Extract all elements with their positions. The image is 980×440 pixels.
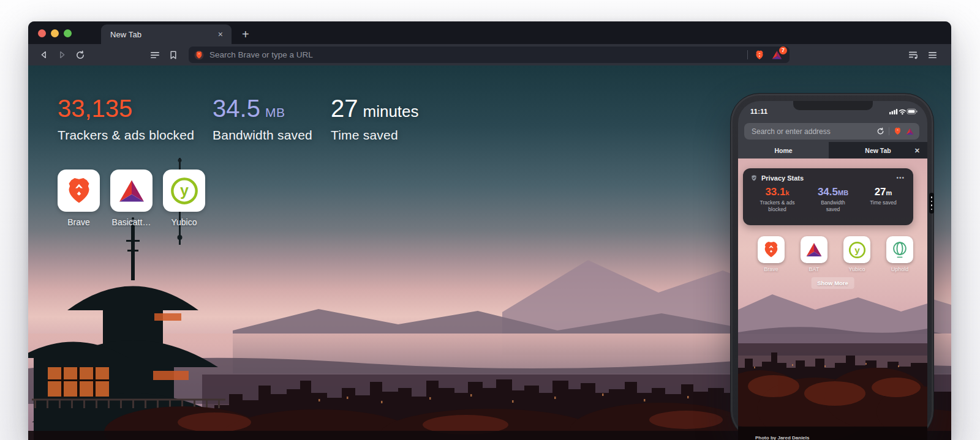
top-site-brave[interactable]: Brave xyxy=(58,170,100,227)
brave-site-tile[interactable] xyxy=(58,170,100,212)
phone-search-input[interactable]: Search or enter address xyxy=(752,127,876,136)
yubico-logo-icon: y xyxy=(848,241,867,259)
rewards-badge: 7 xyxy=(779,47,787,54)
forward-button[interactable] xyxy=(53,47,71,63)
phone-notch xyxy=(793,101,873,110)
stat-label: Trackers & ads blocked xyxy=(58,128,194,143)
phone-site-yubico[interactable]: y Yubico xyxy=(843,236,870,272)
yubico-site-tile[interactable]: y xyxy=(163,170,205,212)
top-site-label: Brave xyxy=(67,217,90,227)
phone-tab-home[interactable]: Home xyxy=(738,142,829,158)
desktop-background: New Tab × + xyxy=(0,0,980,440)
new-tab-button[interactable]: + xyxy=(239,28,252,41)
uphold-logo-icon xyxy=(891,240,909,259)
playlist-icon xyxy=(908,50,919,60)
stat-value: 27 xyxy=(331,96,358,121)
svg-text:y: y xyxy=(854,244,860,255)
close-tab-icon[interactable]: × xyxy=(216,29,225,40)
stat-value: 34.5 xyxy=(213,96,260,121)
reload-button[interactable] xyxy=(71,47,89,63)
phone-tab-bar: Home New Tab ✕ xyxy=(738,142,927,158)
wifi-icon xyxy=(900,110,906,112)
minimize-window-button[interactable] xyxy=(51,29,59,37)
brave-shields-icon[interactable] xyxy=(755,50,764,60)
brave-rewards-button[interactable]: 7 xyxy=(772,50,782,60)
brave-logo-icon xyxy=(64,176,94,206)
bookmark-button[interactable] xyxy=(164,47,183,63)
more-options-icon[interactable]: ••• xyxy=(895,175,906,181)
stat-trackers-blocked: 33,135 Trackers & ads blocked xyxy=(58,96,194,143)
phone-screen: 11:11 xyxy=(738,101,927,440)
close-window-button[interactable] xyxy=(38,29,46,37)
playlist-button[interactable] xyxy=(905,47,923,63)
privacy-shield-icon xyxy=(750,174,758,182)
phone-status-icons xyxy=(889,108,918,115)
phone-tab-new-tab[interactable]: New Tab ✕ xyxy=(829,142,927,158)
phone-site-bat[interactable]: BAT xyxy=(801,236,827,272)
traffic-lights xyxy=(38,29,72,37)
phone-privacy-stats: 33.1k Trackers & adsblocked 34.5MB Bandw… xyxy=(743,182,913,213)
phone-scroll-indicator[interactable] xyxy=(929,193,934,214)
phone-mockup: 11:11 xyxy=(730,93,934,440)
phone-privacy-card: Privacy Stats ••• 33.1k Trackers & adsbl… xyxy=(743,168,913,225)
url-input[interactable]: Search Brave or type a URL xyxy=(209,50,742,59)
phone-rewards-icon[interactable] xyxy=(906,128,914,135)
new-tab-page: 33,135 Trackers & ads blocked 34.5MB Ban… xyxy=(28,65,951,440)
top-site-yubico[interactable]: y Yubico xyxy=(163,170,205,227)
stat-label: Bandwidth saved xyxy=(213,128,312,143)
phone-close-tab-icon[interactable]: ✕ xyxy=(914,146,920,154)
phone-stat-time: 27m Time saved xyxy=(862,187,905,213)
phone-site-uphold[interactable]: Uphold xyxy=(886,236,913,272)
privacy-card-title: Privacy Stats xyxy=(761,174,895,182)
url-separator xyxy=(747,50,748,59)
reading-list-button[interactable] xyxy=(146,47,164,63)
zoom-window-button[interactable] xyxy=(64,29,72,37)
phone-stat-bandwidth: 34.5MB Bandwidthsaved xyxy=(807,187,859,213)
phone-brave-tile[interactable] xyxy=(758,236,785,263)
stat-value: 33,135 xyxy=(58,96,132,121)
phone-uphold-tile[interactable] xyxy=(886,236,913,263)
phone-photo-credit[interactable]: Photo by Jared Daniels xyxy=(755,435,809,440)
svg-text:y: y xyxy=(180,182,189,199)
hamburger-menu-icon xyxy=(928,50,937,60)
phone-bat-tile[interactable] xyxy=(801,236,827,263)
tab-new-tab[interactable]: New Tab × xyxy=(101,24,232,44)
tab-strip: New Tab × + xyxy=(28,21,951,44)
phone-show-more-button[interactable]: Show More xyxy=(811,277,854,289)
url-bar[interactable]: Search Brave or type a URL 7 xyxy=(189,47,790,63)
phone-clock: 11:11 xyxy=(750,108,767,115)
privacy-stats-row: 33,135 Trackers & ads blocked 34.5MB Ban… xyxy=(58,96,419,143)
reload-icon xyxy=(75,50,85,60)
battery-icon xyxy=(907,109,918,114)
signal-bars-icon xyxy=(889,109,897,114)
tab-title: New Tab xyxy=(110,30,216,39)
brave-logo-icon xyxy=(762,241,780,259)
menu-button[interactable] xyxy=(923,47,941,63)
stat-label: Time saved xyxy=(331,128,419,143)
stat-time-saved: 27minutes Time saved xyxy=(331,96,419,143)
phone-yubico-tile[interactable]: y xyxy=(843,236,870,263)
top-site-basicattention[interactable]: Basicatt… xyxy=(110,170,153,227)
top-sites-row: Brave Basicatt… xyxy=(58,170,205,227)
phone-privacy-card-header: Privacy Stats ••• xyxy=(743,168,913,182)
yubico-logo-icon: y xyxy=(169,176,200,206)
toolbar: Search Brave or type a URL 7 xyxy=(28,44,951,65)
phone-stat-trackers: 33.1k Trackers & adsblocked xyxy=(750,187,804,213)
phone-search-bar[interactable]: Search or enter address xyxy=(744,123,919,140)
bat-logo-icon xyxy=(116,176,148,206)
back-icon xyxy=(39,50,48,59)
brave-avatar-icon xyxy=(194,50,204,60)
stat-bandwidth-saved: 34.5MB Bandwidth saved xyxy=(213,96,312,143)
bat-logo-icon xyxy=(804,241,824,259)
phone-search-separator xyxy=(889,127,889,135)
phone-site-brave[interactable]: Brave xyxy=(758,236,785,272)
browser-window: New Tab × + xyxy=(28,21,951,440)
phone-reload-icon[interactable] xyxy=(876,127,884,135)
back-button[interactable] xyxy=(34,47,53,63)
forward-icon xyxy=(58,50,67,59)
phone-shields-icon[interactable] xyxy=(894,127,902,135)
bookmark-icon xyxy=(168,50,178,60)
list-lines-icon xyxy=(150,50,160,60)
bat-site-tile[interactable] xyxy=(110,170,153,212)
top-site-label: Basicatt… xyxy=(112,217,151,227)
